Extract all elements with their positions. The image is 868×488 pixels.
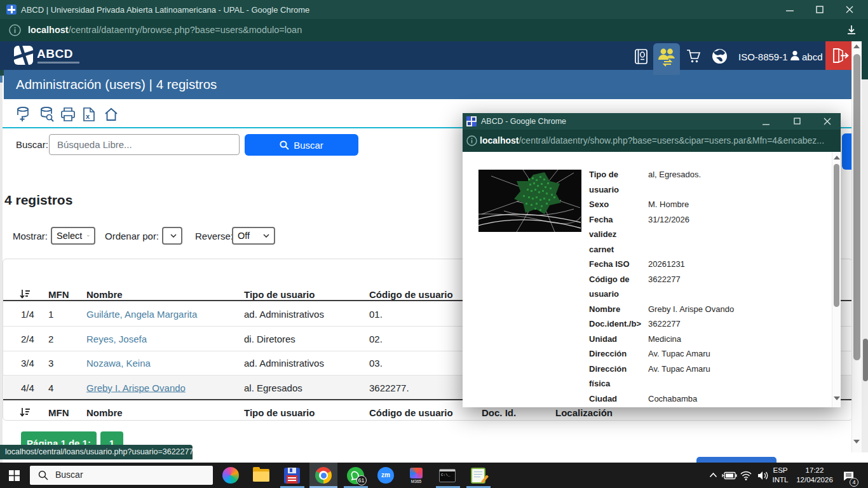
export-excel-icon[interactable]: x <box>83 107 95 122</box>
catalog-book-icon[interactable] <box>634 49 648 64</box>
outer-scrollbar-thumb[interactable] <box>863 339 868 381</box>
record-field-row: CiudadCochabamba <box>589 391 824 407</box>
outer-edge-teal <box>862 41 868 79</box>
zoom-icon[interactable]: zm <box>372 463 400 488</box>
ordenar-label: Ordenar por: <box>105 231 159 241</box>
address-url[interactable]: localhost/central/dataentry/browse.php?b… <box>28 25 302 35</box>
field-label: Dirección <box>589 346 639 362</box>
popup-info-icon[interactable] <box>466 135 477 146</box>
bottom-right-button[interactable] <box>696 457 776 463</box>
reverse-label: Reverse: <box>195 231 233 241</box>
header-mfn: MFN <box>48 407 69 418</box>
sort-icon[interactable] <box>20 289 31 299</box>
row-nombre-link[interactable]: Greby I. Arispe Ovando <box>86 382 186 393</box>
record-fields: Tipo de usuarioal, Egresados.SexoM. Homb… <box>589 167 824 406</box>
page-title: Administración (users) | 4 registros <box>16 77 217 92</box>
tray-chevron-icon[interactable] <box>709 472 717 478</box>
popup-scrollbar-thumb[interactable] <box>834 164 839 307</box>
close-button[interactable] <box>836 0 864 19</box>
row-codigo: 02. <box>369 333 383 344</box>
home-icon[interactable] <box>104 107 119 122</box>
file-explorer-icon[interactable] <box>247 463 275 488</box>
whatsapp-badge: 61 <box>356 475 367 485</box>
field-label: Dirección física <box>589 362 639 391</box>
field-label: Nombre <box>589 302 639 317</box>
header-tipo: Tipo de usuario <box>244 289 315 300</box>
popup-minimize-icon[interactable] <box>763 121 770 128</box>
popup-urlbar: localhost/central/dataentry/show.php?bas… <box>463 130 841 152</box>
popup-content: Tipo de usuarioal, Egresados.SexoM. Homb… <box>463 152 841 407</box>
field-label: Fecha ISO <box>589 257 639 272</box>
taskbar-search[interactable]: Buscar <box>30 466 213 485</box>
logout-door-icon <box>832 48 849 63</box>
globe-icon[interactable] <box>712 48 728 64</box>
mostrar-select[interactable]: Select <box>51 227 95 245</box>
notification-badge: 4 <box>850 478 858 487</box>
whatsapp-icon[interactable]: 61 <box>341 463 369 488</box>
tray-date[interactable]: 12/04/2026 <box>794 476 835 484</box>
download-icon[interactable] <box>845 24 858 36</box>
logo-subtext <box>37 62 79 64</box>
start-button[interactable] <box>9 470 20 481</box>
wifi-icon[interactable] <box>740 471 752 480</box>
edge-artifact <box>0 70 4 76</box>
field-value: Cochabamba <box>648 391 697 407</box>
record-field-row: Fecha ISO20261231 <box>589 257 824 272</box>
tray-lang-top[interactable]: ESP <box>766 466 794 474</box>
record-field-row: UnidadMedicina <box>589 332 824 347</box>
new-record-icon[interactable] <box>16 107 30 122</box>
logout-button[interactable] <box>825 41 855 70</box>
row-position: 3/4 <box>21 358 34 369</box>
user-photo <box>478 170 581 232</box>
chrome-titlebar: ABCD | Universidad Privada Abierta Latin… <box>0 0 868 19</box>
windows-taskbar: Buscar 61 zm M365 <box>0 463 868 488</box>
reverse-select[interactable]: Off <box>232 227 275 245</box>
row-nombre-link[interactable]: Nozawa, Keina <box>86 358 151 369</box>
battery-icon[interactable] <box>722 471 737 480</box>
chrome-icon[interactable] <box>309 463 337 488</box>
ordenar-select[interactable] <box>162 227 182 245</box>
minimize-button[interactable] <box>776 0 804 19</box>
search-records-icon[interactable] <box>39 107 54 122</box>
field-value: 3622277 <box>648 316 681 332</box>
maximize-button[interactable] <box>806 0 834 19</box>
info-icon[interactable] <box>9 24 21 36</box>
tray-lang-bottom[interactable]: INTL <box>766 476 794 484</box>
field-value: Av. Tupac Amaru <box>648 362 710 391</box>
tray-time[interactable]: 17:22 <box>794 466 835 474</box>
terminal-icon[interactable]: C:\_ <box>433 463 461 488</box>
row-tipo: ad. Administrativos <box>244 358 324 369</box>
notepad-icon[interactable] <box>464 463 492 488</box>
print-icon[interactable] <box>60 107 76 122</box>
window-title: ABCD | Universidad Privada Abierta Latin… <box>21 5 309 15</box>
main-scrollbar-thumb[interactable] <box>853 54 860 360</box>
popup-url[interactable]: localhost/central/dataentry/show.php?bas… <box>480 135 824 146</box>
popup-maximize-icon[interactable] <box>794 118 801 125</box>
record-field-row: Dirección físicaAv. Tupac Amaru <box>589 362 824 391</box>
row-codigo: 01. <box>369 309 383 320</box>
field-label: Doc.ident./b> <box>589 316 639 332</box>
popup-close-icon[interactable] <box>824 118 831 125</box>
field-value: al, Egresados. <box>648 167 701 197</box>
header-tipo: Tipo de usuario <box>244 407 315 418</box>
row-nombre-link[interactable]: Guilárte, Angela Margarita <box>86 309 197 320</box>
header-nombre: Nombre <box>86 407 123 418</box>
popup-scroll-down-icon <box>834 396 840 400</box>
search-input[interactable]: Búsqueda Libre... <box>49 134 240 155</box>
row-tipo: al. Egresados <box>244 382 302 393</box>
users-tab-active[interactable] <box>653 43 680 75</box>
field-label: Fecha validez carnet <box>589 212 639 257</box>
search-button[interactable]: Buscar <box>245 134 358 156</box>
copilot-icon[interactable] <box>217 463 245 488</box>
m365-icon[interactable]: M365 <box>402 463 430 488</box>
floppy-app-icon[interactable] <box>278 463 306 488</box>
sort-icon[interactable] <box>20 407 31 417</box>
abcd-logo[interactable] <box>14 46 33 65</box>
record-field-row: DirecciónAv. Tupac Amaru <box>589 346 824 362</box>
row-nombre-link[interactable]: Reyes, Josefa <box>86 333 147 344</box>
search-icon <box>280 140 289 150</box>
edge-artifact2 <box>0 76 3 83</box>
cart-icon[interactable] <box>686 49 701 64</box>
field-value: 31/12/2026 <box>648 212 689 257</box>
header-docid: Doc. Id. <box>482 407 516 418</box>
